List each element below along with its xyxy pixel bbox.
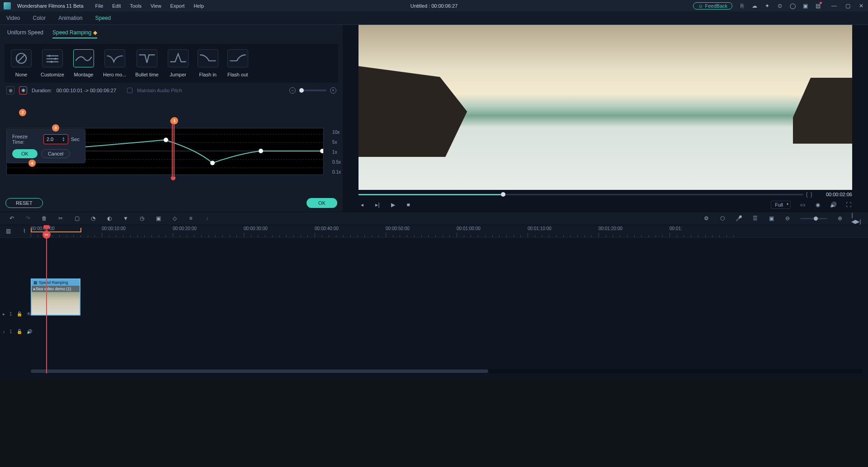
freeze-cancel-button[interactable]: Cancel xyxy=(41,149,70,158)
undo-icon[interactable]: ↶ xyxy=(8,215,15,222)
menu-view[interactable]: View xyxy=(151,3,161,9)
svg-point-13 xyxy=(164,138,168,142)
subtab-speed-ramping[interactable]: Speed Ramping◆ xyxy=(52,29,97,38)
sparkle-icon[interactable]: ✦ xyxy=(764,3,770,9)
freeze-ok-button[interactable]: OK xyxy=(12,149,38,158)
preview-progress[interactable]: {} 00:00:02:06 xyxy=(359,192,852,197)
freeze-unit-label: Sec xyxy=(71,137,80,142)
launch-icon[interactable]: ⎘ xyxy=(739,3,745,9)
keyframe-icon[interactable]: ◇ xyxy=(171,215,178,222)
timeline-ruler[interactable]: ▥ ⌇ 00:00:00:0000:00:10:0000:00:20:0000:… xyxy=(0,225,868,238)
cloud-icon[interactable]: ☁ xyxy=(751,3,758,9)
preset-bullet-time[interactable]: Bullet time xyxy=(135,49,158,77)
freeze-time-input[interactable]: 2.0▲▼ xyxy=(43,134,68,144)
zoom-out-graph-button[interactable]: − xyxy=(289,87,296,94)
preset-none[interactable]: None xyxy=(11,49,32,77)
lock-audio-icon[interactable]: 🔓 xyxy=(17,329,22,334)
close-icon[interactable]: ✕ xyxy=(858,3,864,9)
duration-icon[interactable]: ◷ xyxy=(138,215,146,222)
lock-icon[interactable]: 🔓 xyxy=(17,311,22,316)
split-icon[interactable]: ✂ xyxy=(57,215,64,222)
timeline-options-icon[interactable]: ▥ xyxy=(5,227,12,235)
mixer-icon[interactable]: ☰ xyxy=(751,215,759,222)
scissors-icon[interactable]: ✂ xyxy=(42,231,51,239)
timeline-h-scrollbar[interactable] xyxy=(31,369,863,373)
save-icon[interactable]: ▣ xyxy=(802,3,808,9)
audio-track-head: ♪1 🔓 🔊 xyxy=(0,329,32,334)
preview-viewport[interactable] xyxy=(359,25,852,190)
notification-icon[interactable]: ▤ xyxy=(815,3,821,9)
premium-icon: ◆ xyxy=(93,29,97,36)
annotation-3: 3 xyxy=(52,124,59,132)
feedback-button[interactable]: ☺FeedBack xyxy=(693,2,732,9)
preset-flash-out[interactable]: Flash out xyxy=(227,49,248,77)
zoom-fit-icon[interactable]: |◀▶| xyxy=(853,215,860,222)
panel-ok-button[interactable]: OK xyxy=(307,198,337,208)
tab-video[interactable]: Video xyxy=(6,15,20,21)
snap-icon[interactable]: ⌇ xyxy=(21,227,28,235)
display-icon[interactable]: ▭ xyxy=(799,201,806,208)
graph-zoom-slider[interactable] xyxy=(299,90,326,91)
clip-effect-label: Speed Ramping xyxy=(39,280,68,285)
fullscreen-icon[interactable]: ⛶ xyxy=(845,201,852,208)
speed-icon[interactable]: ◔ xyxy=(90,215,97,222)
render-icon[interactable]: ⚙ xyxy=(703,215,710,222)
timeline-body[interactable]: ✂ ▸1 🔓 👁 ▦Speed Ramping ▸Sea video demo … xyxy=(0,238,868,373)
timeline: ▥ ⌇ 00:00:00:0000:00:10:0000:00:20:0000:… xyxy=(0,225,868,379)
account-icon[interactable]: ◯ xyxy=(789,3,796,9)
volume-icon[interactable]: 🔊 xyxy=(830,201,837,208)
headset-icon[interactable]: ⊙ xyxy=(777,3,783,9)
redo-icon[interactable]: ↷ xyxy=(24,215,32,222)
play-pause-button[interactable]: ▸| xyxy=(374,201,381,208)
title-bar: Wondershare Filmora 11 Beta File Edit To… xyxy=(0,0,868,11)
mute-icon[interactable]: 🔊 xyxy=(27,329,32,334)
color-icon[interactable]: ◐ xyxy=(106,215,113,222)
snapshot-icon[interactable]: ◉ xyxy=(814,201,821,208)
timeline-zoom-slider[interactable] xyxy=(800,218,827,219)
reset-button[interactable]: RESET xyxy=(5,198,43,208)
greenscreen-icon[interactable]: ▼ xyxy=(122,215,129,222)
preset-hero-moment[interactable]: Hero mo... xyxy=(103,49,126,77)
svg-point-6 xyxy=(54,58,56,60)
graph-scale-labels: 10x5x1x0.5x0.1x xyxy=(332,130,341,178)
menu-file[interactable]: File xyxy=(95,3,104,9)
stop-button[interactable]: ■ xyxy=(405,201,412,208)
graph-playhead[interactable] xyxy=(171,118,175,177)
voiceover-icon[interactable]: 🎤 xyxy=(735,215,742,222)
menu-tools[interactable]: Tools xyxy=(130,3,142,9)
subtab-uniform-speed[interactable]: Uniform Speed xyxy=(7,29,43,38)
freeze-frame-button[interactable]: ✱ xyxy=(19,86,27,94)
preset-flash-in[interactable]: Flash in xyxy=(198,49,218,77)
settings-icon[interactable]: ≡ xyxy=(187,215,194,222)
play-button[interactable]: ▶ xyxy=(389,201,396,208)
tab-color[interactable]: Color xyxy=(33,15,46,21)
zoom-in-icon[interactable]: ⊕ xyxy=(836,215,844,222)
tab-speed[interactable]: Speed xyxy=(95,15,111,21)
track-icon[interactable]: ▣ xyxy=(768,215,775,222)
add-keyframe-button[interactable]: ⊕ xyxy=(6,86,14,94)
crop-icon[interactable]: ▢ xyxy=(73,215,80,222)
menu-edit[interactable]: Edit xyxy=(112,3,121,9)
menu-export[interactable]: Export xyxy=(170,3,185,9)
timeline-playhead[interactable]: ✂ xyxy=(46,225,47,373)
selection-range[interactable] xyxy=(31,229,81,232)
zoom-in-graph-button[interactable]: + xyxy=(330,87,336,94)
audio-icon[interactable]: ♪ xyxy=(203,215,211,222)
delete-icon[interactable]: 🗑 xyxy=(41,215,48,222)
detect-icon[interactable]: ▣ xyxy=(155,215,162,222)
prev-frame-button[interactable]: ◂ xyxy=(359,201,366,208)
minimize-icon[interactable]: — xyxy=(831,3,837,9)
video-clip[interactable]: ▦Speed Ramping ▸Sea video demo (1) xyxy=(31,278,80,316)
preset-jumper[interactable]: Jumper xyxy=(168,49,189,77)
marker-icon[interactable]: ⬡ xyxy=(719,215,726,222)
maximize-icon[interactable]: ▢ xyxy=(844,3,851,9)
annotation-4: 4 xyxy=(28,160,36,167)
menu-help[interactable]: Help xyxy=(193,3,204,9)
preset-customize[interactable]: Customize xyxy=(41,49,64,77)
preset-montage[interactable]: Montage xyxy=(73,49,94,77)
preview-quality-dropdown[interactable]: Full xyxy=(771,201,791,209)
maintain-pitch-checkbox[interactable] xyxy=(127,88,132,93)
tab-animation[interactable]: Animation xyxy=(58,15,82,21)
zoom-out-icon[interactable]: ⊖ xyxy=(784,215,791,222)
svg-point-15 xyxy=(259,149,263,153)
